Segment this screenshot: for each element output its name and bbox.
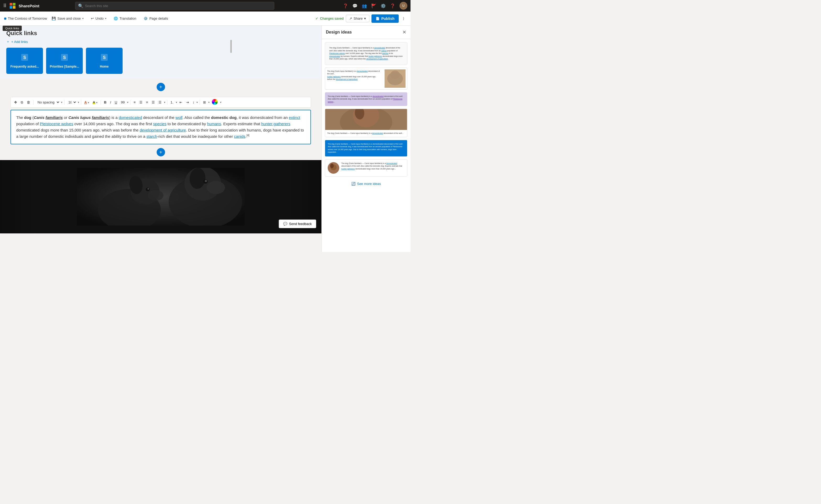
copy-button[interactable]: ⧉ — [19, 100, 24, 105]
send-feedback-button[interactable]: 💬 Send feedback — [279, 220, 316, 228]
card-icon-0: S — [21, 53, 29, 63]
page-details-icon: ⚙️ — [144, 17, 148, 20]
svg-rect-23 — [77, 168, 245, 226]
add-links-button[interactable]: ＋ + Add links — [6, 39, 315, 44]
conversation-icon[interactable]: 💬 — [352, 3, 358, 8]
numbered-list-button[interactable]: 1. — [169, 100, 175, 105]
link-starch[interactable]: starch — [146, 134, 157, 139]
main-layout: Quick links Quick links ＋ + Add links S … — [0, 26, 411, 252]
align-left-button[interactable]: ≡ — [132, 100, 137, 105]
link-hunter-gatherers[interactable]: hunter-gatherers — [261, 122, 290, 126]
help-circle-icon[interactable]: ❓ — [390, 3, 395, 8]
svg-rect-2 — [10, 6, 12, 9]
align-right-button[interactable]: ≡ — [145, 100, 150, 105]
link-agriculture[interactable]: development of agriculture — [140, 128, 186, 132]
design-card-2[interactable]: The dog (Canis familiaris — Canis lupus … — [325, 92, 407, 106]
close-design-panel-button[interactable]: ✕ — [402, 29, 406, 35]
content-area[interactable]: Quick links Quick links ＋ + Add links S … — [0, 26, 321, 252]
fmt-sep-1 — [33, 100, 34, 105]
app-title: SharePoint — [19, 4, 39, 8]
link-card-1[interactable]: S Priorities [Sample... — [46, 48, 83, 74]
svg-rect-0 — [10, 3, 12, 6]
translation-button[interactable]: 🌐 Translation — [111, 15, 139, 22]
image-gradient-left — [0, 160, 37, 233]
avatar[interactable]: U — [399, 2, 407, 10]
link-card-2[interactable]: S Home — [86, 48, 123, 74]
move-handle-button[interactable]: ✥ — [13, 100, 18, 105]
undo-caret-icon: ▾ — [105, 17, 106, 20]
checkmark-icon: ✓ — [315, 17, 318, 20]
image-section: 💬 Send feedback — [0, 160, 321, 233]
highlight-color-button[interactable]: A ▾ — [91, 100, 99, 105]
add-content-button-1[interactable]: + — [157, 83, 165, 91]
link-humans[interactable]: humans — [207, 122, 221, 126]
save-close-button[interactable]: 💾 Save and close ▾ — [49, 15, 86, 22]
indent-button[interactable]: ⇥ — [185, 100, 190, 105]
link-card-label-1: Priorities [Sample... — [50, 65, 79, 68]
design-card-5[interactable]: The dog (Canis familiaris — Canis lupus … — [325, 159, 407, 177]
search-icon: 🔍 — [78, 3, 83, 8]
link-extinct[interactable]: extinct — [289, 115, 300, 120]
align-justify-button[interactable]: ☰ — [150, 100, 156, 105]
delete-button[interactable]: 🗑 — [25, 100, 31, 105]
publish-button[interactable]: 📄 Publish — [371, 14, 399, 23]
top-navigation: ⠿ SharePoint 🔍 ❓ 💬 👥 🚩 ⚙️ ❓ U — [0, 0, 411, 12]
line-spacing-button[interactable]: ↕ — [191, 100, 196, 105]
outdent-button[interactable]: ⇤ — [178, 100, 184, 105]
quick-links-section: Quick links Quick links ＋ + Add links S … — [0, 26, 321, 79]
link-canids[interactable]: canids — [234, 134, 245, 139]
design-panel-body[interactable]: The dog (Canis familiaris — Canis lupus … — [322, 39, 411, 252]
design-panel-title: Design ideas — [326, 30, 352, 35]
search-bar[interactable]: 🔍 — [75, 2, 274, 10]
table-button[interactable]: ⊞ — [202, 100, 207, 105]
page-details-button[interactable]: ⚙️ Page details — [141, 15, 171, 22]
bullets-button[interactable]: ☰ — [157, 100, 163, 105]
add-content-button-2[interactable]: + — [157, 148, 165, 156]
numbering-button[interactable]: 99 — [119, 100, 126, 105]
dog-image — [77, 168, 245, 226]
page-title: The Contoso of Tomorrow — [8, 17, 47, 20]
color-palette-button[interactable] — [211, 98, 219, 106]
panel-side-button[interactable]: ‹ — [321, 133, 322, 145]
fmt-sep-3 — [81, 100, 81, 105]
share-button[interactable]: ↗ Share ▾ — [346, 15, 370, 22]
waffle-menu-icon[interactable]: ⠿ — [3, 3, 7, 9]
help-icon[interactable]: ❓ — [343, 3, 348, 8]
refresh-icon: 🔄 — [351, 182, 355, 186]
flag-icon[interactable]: 🚩 — [371, 3, 376, 8]
add-icon: ＋ — [6, 39, 10, 44]
see-more-ideas-button[interactable]: 🔄 See more ideas — [325, 179, 407, 188]
style-dropdown[interactable]: No spacing — [35, 100, 60, 105]
font-size-dropdown[interactable]: 18 — [66, 100, 77, 105]
round-thumbnail — [328, 162, 339, 174]
design-card-1[interactable]: The dog (Canis lupus familiaris) is a do… — [325, 68, 407, 90]
design-card-3[interactable]: The dog (Canis familiaris — Canis lupus … — [325, 109, 407, 137]
undo-button[interactable]: ↩ Undo ▾ — [88, 15, 109, 22]
feedback-icon: 💬 — [283, 222, 287, 226]
underline-button[interactable]: U — [113, 100, 118, 105]
people-icon[interactable]: 👥 — [362, 3, 367, 8]
link-species[interactable]: species — [153, 122, 167, 126]
microsoft-logo — [10, 3, 15, 9]
card-icon-1: S — [61, 53, 68, 63]
text-content-block[interactable]: The dog (Canis familiaris or Canis lupus… — [10, 110, 311, 144]
design-panel: Design ideas ✕ The dog (Canis familiaris… — [321, 26, 411, 252]
italic-button[interactable]: I — [109, 100, 112, 105]
link-card-0[interactable]: S Frequently asked... — [6, 48, 43, 74]
design-card-4[interactable]: The dog (Canis familiaris — Canis lupus … — [325, 140, 407, 157]
settings-icon[interactable]: ⚙️ — [381, 3, 386, 8]
citation: [4] — [247, 134, 249, 137]
text-color-button[interactable]: A ▾ — [83, 100, 90, 105]
link-domesticated[interactable]: domesticated — [119, 115, 142, 120]
link-pleistocene[interactable]: Pleistocene wolves — [40, 122, 73, 126]
bold-button[interactable]: B — [103, 100, 108, 105]
link-wolf[interactable]: wolf — [176, 115, 183, 120]
collapse-panel-button[interactable]: ⟩ — [401, 15, 406, 22]
search-input[interactable] — [85, 4, 271, 8]
add-content-area-2: + — [0, 144, 321, 160]
section-badge: Quick links — [3, 26, 22, 31]
align-center-button[interactable]: ☰ — [138, 100, 144, 105]
design-card-0[interactable]: The dog (Canis familiaris — Canis lupus … — [325, 42, 407, 65]
share-icon: ↗ — [349, 17, 352, 20]
text-block-wrapper: The dog (Canis familiaris or Canis lupus… — [0, 110, 321, 144]
